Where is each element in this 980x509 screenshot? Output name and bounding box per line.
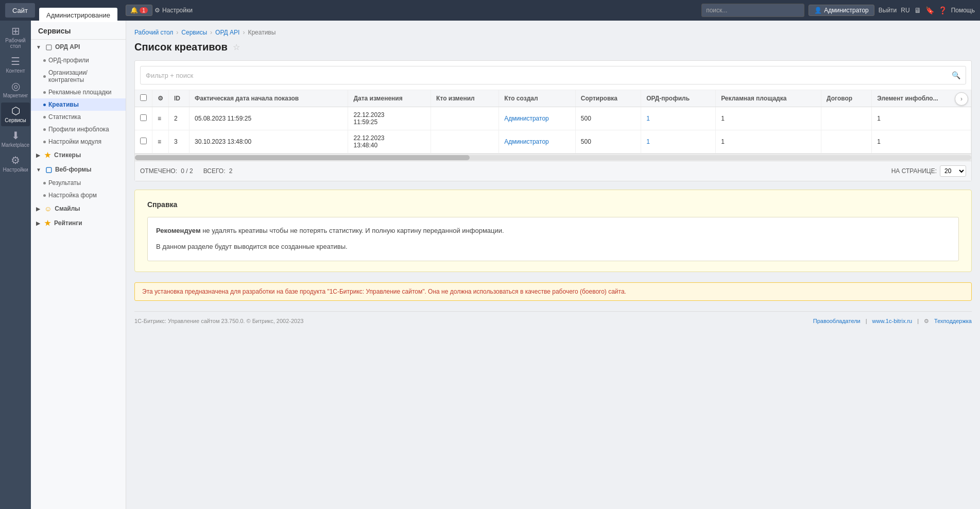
- admin-tab[interactable]: Администрирование: [39, 8, 117, 22]
- col-header-id[interactable]: ID: [169, 90, 190, 107]
- sidebar-item-marketplace[interactable]: ⬇ Marketplace: [1, 127, 30, 151]
- cell-check-1: [135, 107, 152, 130]
- sidebar-label-services: Сервисы: [5, 117, 26, 123]
- breadcrumb-services[interactable]: Сервисы: [181, 29, 207, 36]
- row-checkbox-1[interactable]: [140, 114, 147, 121]
- settings-button[interactable]: ⚙ Настройки: [154, 7, 193, 14]
- col-header-ad-platform[interactable]: Рекламная площадка: [716, 90, 821, 107]
- chevron-right-button[interactable]: ›: [955, 92, 968, 106]
- row-checkbox-2[interactable]: [140, 138, 147, 144]
- row-menu-icon-2[interactable]: ≡: [158, 138, 161, 145]
- created-by-link-2[interactable]: Администратор: [504, 138, 549, 145]
- menu-item-form-settings[interactable]: Настройка форм: [31, 189, 126, 201]
- marked-label: ОТМЕЧЕНО: 0 / 2: [140, 167, 193, 175]
- scroll-thumb[interactable]: [135, 155, 470, 160]
- col-header-fact-date[interactable]: Фактическая дата начала показов: [190, 90, 348, 107]
- lang-selector[interactable]: RU: [901, 7, 909, 14]
- created-by-link-1[interactable]: Администратор: [504, 115, 549, 122]
- favorite-icon[interactable]: ☆: [233, 42, 240, 52]
- second-sidebar: Сервисы ▼ ▢ ОРД API ОРД-профили Организа…: [31, 21, 126, 509]
- user-menu[interactable]: 👤 Администратор: [809, 5, 874, 16]
- col-header-sort[interactable]: Сортировка: [575, 90, 641, 107]
- dot-icon: [43, 75, 46, 78]
- cell-infoblok-1: 1: [872, 107, 971, 130]
- settings-col-icon: ⚙: [158, 95, 163, 102]
- menu-item-infoblok-profiles[interactable]: Профили инфоблока: [31, 123, 126, 135]
- menu-item-creatives[interactable]: Креативы: [31, 98, 126, 111]
- footer-copyright-link[interactable]: Правообладатели: [813, 318, 861, 324]
- menu-group-header-ratings[interactable]: ▶ ★ Рейтинги: [31, 216, 126, 230]
- breadcrumb-sep1: ›: [176, 29, 178, 36]
- per-page-select[interactable]: 20 50 100: [940, 165, 966, 177]
- menu-item-statistics[interactable]: Статистика: [31, 111, 126, 123]
- menu-group-header-stickers[interactable]: ▶ ★ Стикеры: [31, 148, 126, 162]
- col-header-check: [135, 90, 152, 107]
- bookmark-icon[interactable]: 🔖: [925, 6, 934, 14]
- site-button[interactable]: Сайт: [5, 3, 35, 18]
- breadcrumb-desktop[interactable]: Рабочий стол: [134, 29, 173, 36]
- filter-area: 🔍: [135, 61, 971, 90]
- notifications-button[interactable]: 🔔 1: [126, 5, 152, 16]
- menu-group-header-ord-api[interactable]: ▼ ▢ ОРД API: [31, 40, 126, 54]
- cell-contract-2: [821, 130, 872, 154]
- content-icon: ☰: [11, 56, 20, 66]
- menu-item-ad-platforms[interactable]: Рекламные площадки: [31, 86, 126, 98]
- help-icon[interactable]: ❓: [938, 6, 947, 14]
- sidebar-item-marketing[interactable]: ◎ Маркетинг: [1, 78, 30, 101]
- menu-group-header-web-forms[interactable]: ▼ ▢ Веб-формы: [31, 162, 126, 177]
- sidebar-item-dashboard[interactable]: ⊞ Рабочий стол: [1, 23, 30, 52]
- breadcrumb-sep2: ›: [210, 29, 212, 36]
- filter-search-icon: 🔍: [952, 71, 960, 79]
- monitor-icon[interactable]: 🖥: [914, 6, 921, 14]
- menu-item-results[interactable]: Результаты: [31, 177, 126, 189]
- total-value: 2: [229, 167, 233, 175]
- col-header-ord-profile[interactable]: ОРД-профиль: [641, 90, 716, 107]
- total-label: ВСЕГО: 2: [203, 167, 233, 175]
- col-header-contract[interactable]: Договор: [821, 90, 872, 107]
- row-menu-icon-1[interactable]: ≡: [158, 115, 161, 122]
- cell-changed-by-1: [431, 107, 499, 130]
- gear-icon: ⚙: [154, 7, 160, 14]
- table-scroll-bar[interactable]: [135, 154, 971, 161]
- menu-item-ord-profiles[interactable]: ОРД-профили: [31, 54, 126, 66]
- stickers-icon: ★: [44, 151, 51, 159]
- sidebar-label-marketplace: Marketplace: [2, 142, 29, 148]
- logout-link[interactable]: Выйти: [879, 7, 897, 14]
- filter-input[interactable]: [146, 72, 952, 79]
- menu-group-stickers: ▶ ★ Стикеры: [31, 148, 126, 162]
- organizations-label: Организации/контрагенты: [48, 69, 121, 83]
- dashboard-icon: ⊞: [11, 26, 20, 36]
- menu-group-smilies: ▶ ☺ Смайлы: [31, 201, 126, 216]
- page-header: Список креативов ☆: [134, 41, 972, 53]
- cell-sort-1: 500: [575, 107, 641, 130]
- ord-profile-link-2[interactable]: 1: [646, 138, 650, 145]
- ad-platforms-label: Рекламные площадки: [48, 89, 112, 96]
- table-row: ≡ 2 05.08.2023 11:59:25 22.12.202311:59:…: [135, 107, 971, 130]
- menu-item-organizations[interactable]: Организации/контрагенты: [31, 66, 126, 86]
- sidebar-item-services[interactable]: ⬡ Сервисы: [1, 103, 30, 126]
- menu-group-header-smilies[interactable]: ▶ ☺ Смайлы: [31, 201, 126, 216]
- sidebar-item-settings[interactable]: ⚙ Настройки: [1, 152, 30, 176]
- col-header-changed-by[interactable]: Кто изменил: [431, 90, 499, 107]
- form-settings-label: Настройка форм: [48, 192, 97, 199]
- select-all-checkbox[interactable]: [140, 94, 147, 101]
- cell-created-by-2: Администратор: [499, 130, 576, 154]
- help-label[interactable]: Помощь: [951, 7, 975, 14]
- cell-sort-2: 500: [575, 130, 641, 154]
- ord-api-icon: ▢: [45, 43, 52, 51]
- col-header-created-by[interactable]: Кто создал: [499, 90, 576, 107]
- footer-site-link[interactable]: www.1c-bitrix.ru: [872, 318, 913, 324]
- info-box: Справка Рекомендуем не удалять креативы …: [134, 190, 972, 272]
- ord-profile-link-1[interactable]: 1: [646, 115, 650, 122]
- sidebar-item-content[interactable]: ☰ Контент: [1, 53, 30, 77]
- breadcrumb-ord-api[interactable]: ОРД API: [215, 29, 239, 36]
- filter-bar: 🔍: [140, 66, 966, 84]
- search-input[interactable]: [701, 4, 804, 17]
- col-header-change-date[interactable]: Дата изменения: [348, 90, 431, 107]
- breadcrumb-sep3: ›: [243, 29, 245, 36]
- dot-icon: [43, 128, 46, 131]
- menu-group-ratings: ▶ ★ Рейтинги: [31, 216, 126, 230]
- marketing-icon: ◎: [11, 81, 20, 91]
- footer-support-link[interactable]: Техподдержка: [934, 318, 972, 324]
- menu-item-module-settings[interactable]: Настройки модуля: [31, 135, 126, 148]
